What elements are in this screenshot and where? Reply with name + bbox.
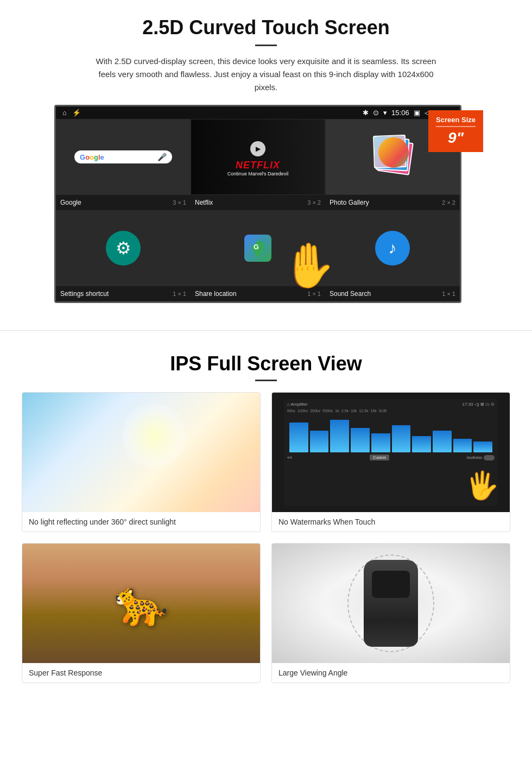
badge-divider	[436, 126, 476, 127]
amp-bar-4	[351, 428, 370, 452]
app-label-row2: Settings shortcut 1 × 1 Share location 1…	[56, 286, 460, 301]
share-grid-size: 1 × 1	[307, 291, 321, 297]
app-cell-netflix[interactable]: ▶ NETFLIX Continue Marvel's Daredevil	[191, 119, 325, 195]
section-curved-screen: 2.5D Curved Touch Screen With 2.5D curve…	[0, 0, 532, 314]
app-cell-share-location[interactable]: G 🤚	[191, 210, 325, 286]
amplifier-image: ⌂ Amplifier 17:33 ◁) ⊠ ▭ ⊙ 60hz100hz200h…	[272, 393, 510, 512]
netflix-overlay: ▶ NETFLIX Continue Marvel's Daredevil	[227, 138, 288, 176]
car-image	[272, 544, 510, 663]
section-ips-screen: IPS Full Screen View No light reflecting…	[0, 347, 532, 699]
section-separator	[0, 330, 532, 331]
google-search-bar[interactable]: Google 🎤	[74, 150, 172, 163]
home-icon: ⌂	[62, 109, 67, 117]
google-app-name: Google	[60, 199, 81, 206]
section1-description: With 2.5D curved-display screen, this de…	[92, 55, 440, 94]
app-cell-settings[interactable]: ⚙	[56, 210, 191, 286]
gear-icon: ⚙	[116, 238, 131, 258]
status-bar-left: ⌂ ⚡	[62, 109, 81, 117]
badge-size: 9"	[436, 129, 476, 147]
status-time: 15:06	[391, 109, 409, 117]
location-icon: ⊙	[373, 109, 379, 117]
status-bar: ⌂ ⚡ ✱ ⊙ ▾ 15:06 ▣ ◁) ⊠ ▭	[56, 106, 460, 119]
cheetah-label-text: Super Fast Response	[29, 668, 102, 677]
hand-pointing-icon: 🤚	[281, 240, 335, 291]
sunlight-rays	[122, 403, 187, 469]
share-app-name: Share location	[195, 290, 237, 298]
music-note-icon: ♪	[389, 239, 397, 257]
app-grid-row1: Google 🎤 ▶ NETFLIX Continue Marvel's Dar…	[56, 119, 460, 195]
amp-arrows: <<	[287, 455, 292, 460]
gallery-label-cell: Photo Gallery 2 × 2	[325, 198, 460, 207]
photo-stack	[371, 135, 414, 179]
netflix-subtitle: Continue Marvel's Daredevil	[227, 171, 288, 176]
amplifier-label-text: No Watermarks When Touch	[278, 518, 375, 526]
screen-size-badge: Screen Size 9"	[428, 110, 483, 152]
cheetah-image: 🐆	[22, 544, 260, 663]
loudness-label: loudness	[467, 456, 482, 459]
maps-icon: G	[244, 235, 271, 262]
car-label: Large Viewing Angle	[272, 663, 510, 683]
car-label-text: Large Viewing Angle	[278, 668, 347, 677]
bottom-spacer	[0, 699, 532, 710]
gallery-grid-size: 2 × 2	[442, 199, 455, 206]
feature-card-amplifier: ⌂ Amplifier 17:33 ◁) ⊠ ▭ ⊙ 60hz100hz200h…	[271, 392, 510, 532]
toggle-pill[interactable]	[484, 455, 495, 460]
flower-image	[378, 137, 409, 168]
sunlight-label-text: No light reflecting under 360° direct su…	[29, 518, 176, 526]
maps-svg: G	[249, 239, 267, 257]
app-cell-sound-search[interactable]: ♪	[325, 210, 460, 286]
custom-button[interactable]: Custom	[370, 455, 389, 460]
netflix-logo: NETFLIX	[227, 160, 288, 171]
amp-bar-9	[453, 439, 472, 452]
car-container	[364, 560, 418, 647]
netflix-app-name: Netflix	[195, 199, 213, 206]
hand-touch-icon: 🖐	[465, 470, 499, 501]
settings-grid-size: 1 × 1	[173, 291, 186, 297]
feature-card-sunlight: No light reflecting under 360° direct su…	[22, 392, 261, 532]
app-cell-google[interactable]: Google 🎤	[56, 119, 191, 195]
loudness-toggle: loudness	[467, 455, 495, 460]
amp-bar-6	[392, 425, 411, 452]
badge-label: Screen Size	[436, 116, 476, 124]
camera-icon: ▣	[414, 109, 420, 117]
settings-icon-bg: ⚙	[106, 231, 141, 266]
amp-bar-10	[473, 441, 492, 452]
google-grid-size: 3 × 1	[173, 199, 186, 206]
amp-bar-7	[412, 436, 431, 452]
section1-title: 2.5D Curved Touch Screen	[33, 16, 499, 39]
sound-label-cell: Sound Search 1 × 1	[325, 289, 460, 299]
sunlight-image	[22, 393, 260, 512]
car-window	[372, 571, 410, 598]
gallery-app-name: Photo Gallery	[330, 199, 369, 206]
app-label-row1: Google 3 × 1 Netflix 3 × 2 Photo Gallery…	[56, 195, 460, 210]
netflix-label-cell: Netflix 3 × 2	[191, 198, 325, 207]
photo-card-front	[373, 135, 407, 168]
amp-footer: << Custom loudness	[287, 455, 495, 460]
netflix-grid-size: 3 × 2	[307, 199, 321, 206]
svg-text:G: G	[254, 243, 259, 251]
bluetooth-icon: ✱	[363, 109, 369, 117]
amp-bars-container	[287, 414, 495, 452]
amp-bar-5	[371, 433, 390, 452]
play-button[interactable]: ▶	[250, 141, 265, 156]
section2-title: IPS Full Screen View	[22, 352, 510, 375]
amp-freq-labels: 60hz100hz200hz500hz1k2.5k10k12.5k15kSUB	[287, 409, 495, 413]
amp-home: ⌂ Amplifier	[287, 402, 308, 407]
feature-card-cheetah: 🐆 Super Fast Response	[22, 543, 261, 683]
title-divider	[255, 45, 277, 46]
device-mockup: Screen Size 9" ⌂ ⚡ ✱ ⊙ ▾ 15:06 ▣ ◁) ⊠	[54, 105, 478, 303]
features-grid: No light reflecting under 360° direct su…	[22, 392, 510, 683]
amp-time: 17:33 ◁) ⊠ ▭ ⊙	[463, 402, 495, 407]
sound-grid-size: 1 × 1	[442, 291, 455, 297]
feature-card-car: Large Viewing Angle	[271, 543, 510, 683]
amp-bar-1	[289, 422, 308, 452]
cheetah-icon: 🐆	[114, 578, 168, 629]
google-logo: Google	[80, 153, 104, 161]
amplifier-label: No Watermarks When Touch	[272, 512, 510, 532]
amp-bar-8	[433, 431, 452, 452]
google-label-cell: Google 3 × 1	[56, 198, 191, 207]
amp-header: ⌂ Amplifier 17:33 ◁) ⊠ ▭ ⊙	[287, 402, 495, 407]
settings-app-name: Settings shortcut	[60, 290, 109, 298]
app-grid-row2: ⚙ G 🤚	[56, 210, 460, 286]
car-body	[364, 560, 418, 647]
